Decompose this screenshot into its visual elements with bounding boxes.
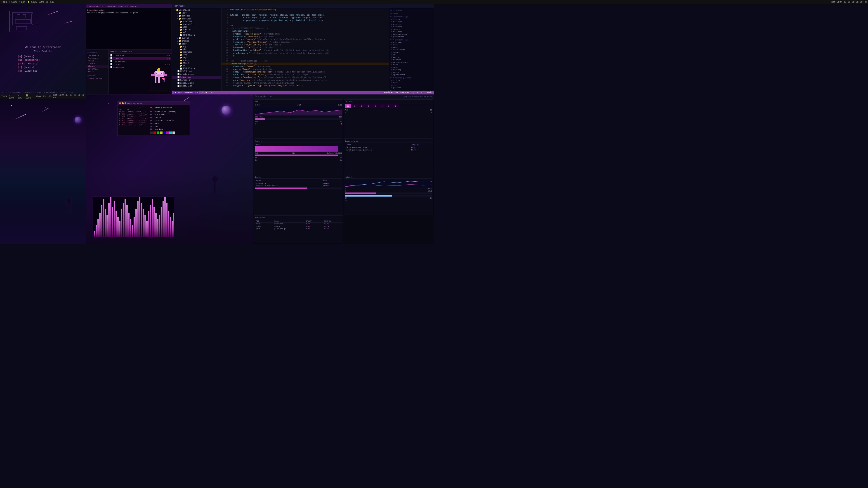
code-line: 13timezone = "America/Chicago"; # select… [221, 41, 389, 43]
net-dl-bar-fill [345, 193, 376, 194]
neofetch-info: WE| emmet @ snowfire OS: nixos 24.05 (ua… [150, 106, 188, 134]
vis-bar [153, 207, 155, 237]
fm-sidebar-item-music[interactable]: Music [86, 60, 108, 62]
proc-col-name: Name [274, 220, 305, 223]
vis-bar [112, 207, 113, 237]
fm-sidebar-item-trash[interactable]: Trash [86, 70, 108, 73]
fm-sidebar-item-themes[interactable]: themes [86, 65, 108, 68]
list-item[interactable]: 📄 flake.lock 27.5 K [109, 54, 171, 57]
ft-item-hardware[interactable]: 📁hardware [172, 51, 221, 54]
cpu-num-row: # 8 [255, 123, 342, 125]
ft-item-bin[interactable]: 📁bin [172, 48, 221, 51]
ft-item-dotfiles[interactable]: ▼📁.dotfiles [172, 8, 221, 11]
net-ul-val: 54.0 [428, 190, 432, 192]
ft-item-git[interactable]: ▶📁.git [172, 11, 221, 14]
ft-item-lang[interactable]: 📁lang [172, 54, 221, 56]
code-line: 8## ---- SYSTEM SETTINGS ---- # [221, 27, 389, 30]
ft-item-shell[interactable]: 📁shell [172, 59, 221, 62]
proc-col-cpu: CPU(%) [305, 220, 324, 223]
rp-item-font: ⊙font [389, 66, 434, 68]
table-row: /dev/de-0 /nix/store 303GB [255, 185, 342, 187]
disk-size1: 504GB [322, 182, 342, 185]
ft-item-readme-profiles[interactable]: 📄README.org [172, 34, 221, 37]
rp-item: ⊙hostname [389, 21, 434, 23]
list-item[interactable]: 📄 LICENSE 34.2 K [109, 63, 171, 66]
ft-item-profiles[interactable]: ▼📁profiles [172, 18, 221, 20]
core-normal: 5 [359, 104, 365, 108]
rp-item-wm: ⊙wm [389, 54, 434, 56]
net-dl-val: 36.0 [428, 188, 432, 190]
ft-item-homelab[interactable]: 📁home.lab [172, 20, 221, 23]
sysmon-topbar: System Monitor Sat 2024-03-09 05:06:00 P… [253, 94, 434, 98]
rp-section-usersettings: ▼ ▼ userSettings [389, 39, 434, 41]
ft-item-user[interactable]: ▼📁user [172, 42, 221, 45]
bat2-indicator: 100% [38, 1, 44, 3]
memory-0s-val: 0s [340, 159, 342, 161]
temps-row-label: card0 (amdgpu): edge [345, 146, 410, 149]
ft-item-hardensh[interactable]: 📄harden.sh [172, 78, 221, 82]
processes-title: Processes [255, 217, 342, 219]
ft-item-system[interactable]: ▶📁system [172, 37, 221, 39]
ft-item-app[interactable]: 📁app [172, 45, 221, 48]
fm-sidebar-item-pictures[interactable]: Pictures [86, 57, 108, 60]
table-row: 559631 emacs 0.28 0.7% [255, 225, 342, 228]
ft-item-worklab[interactable]: 📁worklab [172, 29, 221, 31]
ft-item-pkgs[interactable]: 📁pkgs [172, 56, 221, 59]
proc-cpu: 0.35 [305, 222, 324, 225]
cpu-bar-fill [255, 119, 265, 120]
ft-item-personal[interactable]: 📁personal [172, 23, 221, 26]
fm-sidebar-item-external[interactable]: External [86, 68, 108, 70]
qb-menu-item-newtab[interactable]: [t] [New tab] [18, 66, 40, 69]
memory-graph [255, 146, 342, 152]
vis-bar [150, 205, 151, 237]
table-row: card0 (amdgpu): junction 58°C [345, 149, 432, 151]
memory-0s: 0s [255, 159, 257, 161]
rp-item-fontpkg: ⊙fontPkg [389, 68, 434, 71]
cpu-avg-val: 13 [340, 121, 342, 123]
ft-item-themes[interactable]: ▶📁themes [172, 39, 221, 42]
vis-bar [114, 201, 115, 237]
rp-item-name: ⊙name [389, 43, 434, 46]
proc-name: Hyprland [274, 222, 305, 225]
qb-menu-item-history[interactable]: [S h] [History] [18, 62, 40, 66]
ft-item-style[interactable]: 📁style [172, 62, 221, 64]
list-item[interactable]: 📄 flake.nix 7.20 K [109, 57, 171, 60]
rp-section-description: description [389, 9, 434, 12]
ft-item-installsh[interactable]: 📄install.sh [172, 85, 221, 88]
ft-item-flakenix[interactable]: 📄flake.nix [172, 76, 221, 78]
memory-pct-label: 100% [255, 143, 259, 145]
fm-sidebar-item-videos[interactable]: Videos [86, 62, 108, 65]
code-line: 26theme = "wunicorn-yt"; # selected them… [221, 76, 389, 79]
core-normal: 6 [372, 104, 378, 108]
mem3: 2S [43, 95, 46, 98]
cpu-title: CPU [255, 101, 342, 103]
qb-menu-item-search[interactable]: [o] [Search] [18, 55, 40, 59]
ft-item-wsl[interactable]: 📁wsl [172, 31, 221, 34]
workspace-tag: Tech [1, 1, 7, 3]
vis-bar [128, 213, 129, 237]
list-item[interactable]: 📄 install.org [109, 60, 171, 63]
vis-bar [123, 203, 124, 237]
ft-item-patches[interactable]: ▶📁patches [172, 14, 221, 18]
cpu-indicator: ☀ 100% [8, 1, 17, 3]
fm-sidebar-item-documents[interactable]: documents [86, 54, 108, 57]
ft-item-readme-dots[interactable]: 📄README.org [172, 70, 221, 73]
net-0s-row: 0s [345, 199, 432, 201]
ft-item-desktoppng[interactable]: 📄desktop.png [172, 73, 221, 76]
ft-item-work[interactable]: 📁work [172, 26, 221, 29]
svg-rect-4 [155, 77, 156, 83]
ft-item-installorg[interactable]: 📄install.org [172, 82, 221, 85]
cpuuse-avg-row: AVG 13 [345, 109, 432, 111]
proc-pid3: 3156 [255, 228, 274, 230]
rp-item: ⊙grubDevice [389, 35, 434, 38]
ft-item-readme-user[interactable]: 📄README.org [172, 67, 221, 70]
mem4: 10S [48, 95, 52, 98]
code-line: 7let [221, 24, 389, 27]
fm-sidebar-item-device[interactable]: octave-works- [86, 77, 108, 79]
mem-indicator: 2S [46, 1, 49, 3]
ft-item-wm[interactable]: 📁wm [172, 64, 221, 67]
rp-section-nixpkgs-patched: ▼ ▼ nixpkgs-patched [389, 76, 434, 79]
qb-menu-item-closetab[interactable]: [x] [Close tab] [18, 69, 40, 73]
qb-menu-item-quickmarks[interactable]: [b] [Quickmarks] [18, 59, 40, 62]
statusbar-lang: ✦ [417, 92, 418, 94]
